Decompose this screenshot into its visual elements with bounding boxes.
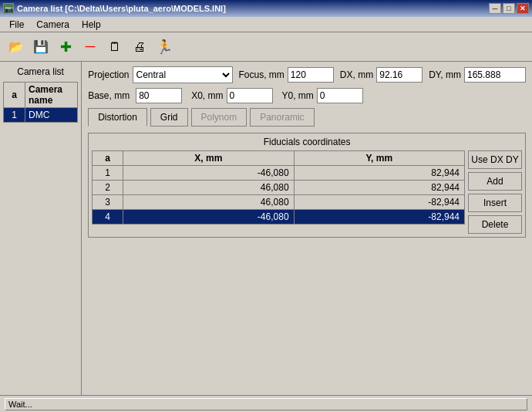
fid-col-y: Y, mm: [294, 151, 464, 166]
run-button[interactable]: 🏃: [153, 36, 176, 58]
projection-label: Projection: [88, 69, 129, 80]
base-input[interactable]: [136, 88, 182, 103]
menu-camera[interactable]: Camera: [30, 18, 76, 32]
status-text: Wait...: [5, 398, 527, 410]
y0-label: Y0, mm: [282, 90, 314, 101]
maximize-button[interactable]: □: [503, 3, 515, 14]
minimize-button[interactable]: ─: [489, 3, 501, 14]
right-panel: Projection Central Fisheye Other Focus, …: [82, 62, 532, 395]
fiducials-title: Fiducials coordinates: [92, 137, 522, 147]
focus-label: Focus, mm: [239, 69, 285, 80]
add-fiducial-button[interactable]: Add: [468, 172, 522, 191]
row-projection: Projection Central Fisheye Other Focus, …: [88, 66, 526, 83]
title-bar: 📷 Camera list [C:\Delta\Users\pluta_aero…: [0, 0, 532, 17]
edit-button[interactable]: 🗒: [103, 36, 126, 58]
tab-distortion[interactable]: Distortion: [88, 108, 147, 127]
y0-input[interactable]: [317, 88, 363, 103]
fiducial-row[interactable]: 4-46,080-82,944: [93, 210, 465, 225]
dy-label: DY, mm: [429, 69, 461, 80]
menu-file[interactable]: File: [3, 18, 30, 32]
delete-fiducial-button[interactable]: Delete: [468, 215, 522, 234]
fid-col-num: а: [93, 151, 123, 166]
projection-select[interactable]: Central Fisheye Other: [133, 66, 233, 83]
use-dx-dy-button[interactable]: Use DX DY: [468, 150, 522, 169]
camera-list-title: Camera list: [3, 65, 78, 79]
app-icon: 📷: [3, 3, 14, 14]
col-name-header: Camera name: [25, 83, 78, 108]
camera-row[interactable]: 1DMC: [4, 108, 78, 123]
col-num-header: а: [4, 83, 25, 108]
save-button[interactable]: 💾: [29, 36, 52, 58]
dy-input[interactable]: [464, 67, 526, 83]
fiducials-section: Fiducials coordinates а X, mm Y, mm 1-46…: [88, 133, 526, 238]
fiducial-row[interactable]: 346,080-82,944: [93, 195, 465, 210]
left-panel: Camera list а Camera name 1DMC: [0, 62, 82, 395]
fiducials-buttons: Use DX DY Add Insert Delete: [468, 150, 522, 234]
dx-input[interactable]: [376, 67, 423, 83]
fiducials-table-wrap: а X, mm Y, mm 1-46,08082,944246,08082,94…: [92, 150, 465, 234]
menu-bar: File Camera Help: [0, 17, 532, 32]
tab-polynom[interactable]: Polynom: [191, 108, 247, 127]
add-button[interactable]: ✚: [54, 36, 77, 58]
row-base: Base, mm X0, mm Y0, mm: [88, 88, 526, 103]
menu-help[interactable]: Help: [76, 18, 107, 32]
window-title: Camera list [C:\Delta\Users\pluta_aero\M…: [17, 4, 226, 13]
base-label: Base, mm: [88, 90, 130, 101]
fid-col-x: X, mm: [123, 151, 294, 166]
fiducials-content: а X, mm Y, mm 1-46,08082,944246,08082,94…: [92, 150, 522, 234]
tab-grid[interactable]: Grid: [150, 108, 188, 127]
camera-table: а Camera name 1DMC: [3, 82, 78, 123]
fiducials-table: а X, mm Y, mm 1-46,08082,944246,08082,94…: [92, 150, 465, 225]
dx-label: DX, mm: [340, 69, 373, 80]
tab-row: Distortion Grid Polynom Panoramic: [88, 108, 526, 127]
fiducial-row[interactable]: 246,08082,944: [93, 181, 465, 195]
fiducial-row[interactable]: 1-46,08082,944: [93, 166, 465, 181]
x0-input[interactable]: [227, 88, 273, 103]
main-area: Camera list а Camera name 1DMC Projectio…: [0, 62, 532, 395]
toolbar: 📂 💾 ✚ ─ 🗒 🖨 🏃: [0, 32, 532, 62]
remove-button[interactable]: ─: [79, 36, 102, 58]
x0-label: X0, mm: [191, 90, 223, 101]
open-button[interactable]: 📂: [5, 36, 28, 58]
status-bar: Wait...: [0, 395, 532, 412]
close-button[interactable]: ✕: [517, 3, 529, 14]
focus-input[interactable]: [288, 67, 334, 83]
tab-panoramic[interactable]: Panoramic: [250, 108, 314, 127]
print-button[interactable]: 🖨: [128, 36, 151, 58]
insert-fiducial-button[interactable]: Insert: [468, 194, 522, 212]
